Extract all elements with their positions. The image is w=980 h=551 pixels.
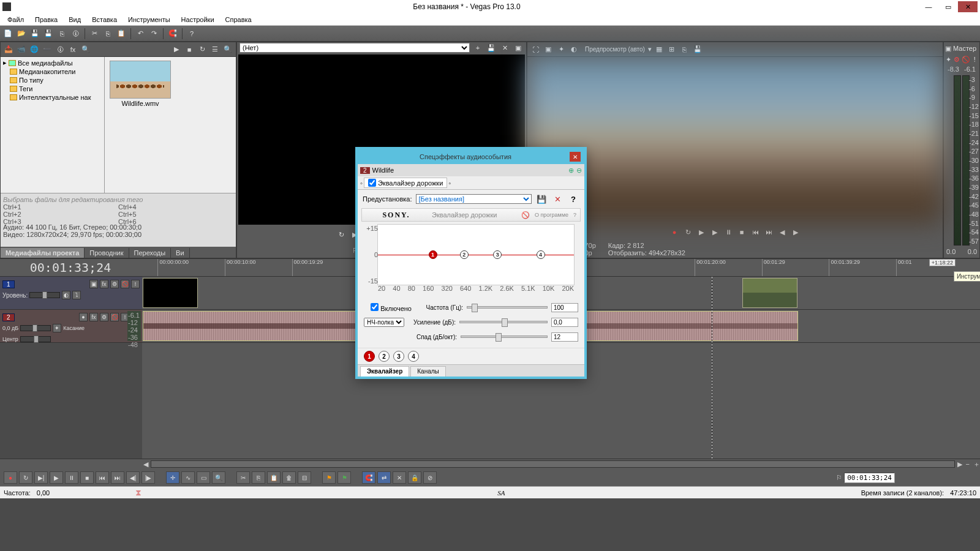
snap-button[interactable]: 🧲 [362, 471, 375, 484]
autoplay-icon[interactable]: ↻ [197, 44, 208, 55]
auto-ripple-button[interactable]: ⇄ [377, 471, 391, 484]
prev-stop-icon[interactable]: ■ [736, 227, 747, 238]
tab-project-media[interactable]: Медиафайлы проекта [1, 248, 85, 258]
master-dim-icon[interactable]: ! [971, 54, 978, 65]
timeline-current-time[interactable]: 00:01:33;24 [0, 260, 141, 275]
tab-transitions[interactable]: Переходы [129, 248, 172, 258]
save-as-icon[interactable]: 💾 [43, 28, 54, 39]
track-auto-icon[interactable]: ⚙ [100, 313, 108, 321]
timeline-scrollbar[interactable]: ◀ ▶ − ＋ [0, 459, 980, 469]
automation-mode[interactable]: Касание [63, 325, 85, 331]
search-icon[interactable]: 🔍 [80, 44, 91, 55]
track-solo-icon[interactable]: ! [131, 280, 140, 288]
prev-project-props-icon[interactable]: ⛶ [530, 44, 541, 55]
freq-slider[interactable] [467, 306, 548, 309]
play-start-button[interactable]: ▶| [34, 471, 48, 484]
pan-slider[interactable] [20, 336, 51, 342]
fx-enabled-checkbox[interactable] [368, 179, 376, 187]
fx-icon[interactable]: fx [67, 44, 78, 55]
stop-icon[interactable]: ■ [184, 44, 195, 55]
stop-button[interactable]: ■ [80, 471, 94, 484]
preview-viewport[interactable] [529, 58, 941, 222]
volume-slider[interactable] [20, 325, 51, 331]
dialog-close-button[interactable]: ✕ [570, 152, 581, 162]
window-minimize-button[interactable]: — [919, 1, 938, 12]
cut-button[interactable]: ✂ [236, 471, 250, 484]
play-button[interactable]: ▶ [50, 471, 63, 484]
band-enabled-checkbox[interactable] [371, 303, 379, 311]
trimmer-external-icon[interactable]: ▣ [513, 42, 524, 53]
track-mute-icon[interactable]: 🚫 [121, 280, 129, 288]
master-insert-fx-icon[interactable]: ✦ [945, 54, 952, 65]
trim-loop-icon[interactable]: ↻ [336, 229, 347, 240]
track-mute-icon[interactable]: 🚫 [110, 313, 119, 321]
band-button-3[interactable]: 3 [393, 351, 404, 362]
explorer-thumbs[interactable]: Wildlife.wmv [105, 57, 236, 193]
paste-button[interactable]: 📋 [267, 471, 281, 484]
dialog-titlebar[interactable]: Спецэффекты аудиособытия ✕ [358, 149, 584, 164]
save-region-icon[interactable]: 💾 [486, 42, 497, 53]
prev-safe-icon[interactable]: ⊞ [666, 44, 677, 55]
selection-tool[interactable]: ▭ [197, 471, 210, 484]
help-icon[interactable]: ? [186, 28, 197, 39]
pause-button[interactable]: ⏸ [65, 471, 78, 484]
prev-overlays-icon[interactable]: ▦ [654, 44, 665, 55]
window-close-button[interactable]: ✕ [958, 1, 978, 12]
prev-loop-icon[interactable]: ↻ [682, 227, 693, 238]
prev-play-icon[interactable]: ▶ [709, 227, 720, 238]
gain-slider[interactable] [459, 321, 548, 323]
loop-button[interactable]: ↻ [19, 471, 32, 484]
import-media-icon[interactable]: 📥 [3, 44, 14, 55]
prev-record-icon[interactable]: ● [669, 227, 680, 238]
auto-crossfade-button[interactable]: ✕ [393, 471, 406, 484]
get-media-icon[interactable]: 🌐 [29, 44, 40, 55]
track-auto-icon[interactable]: ⚙ [110, 280, 119, 288]
prev-start-icon[interactable]: ⏮ [750, 227, 761, 238]
playhead[interactable] [712, 277, 712, 459]
track-arm-icon[interactable]: ● [79, 313, 88, 321]
preset-delete-icon[interactable]: ✕ [551, 193, 564, 205]
prev-fx-icon[interactable]: ✦ [556, 44, 567, 55]
touch-icon[interactable]: ✦ [53, 324, 61, 332]
prev-external-icon[interactable]: ▣ [543, 44, 554, 55]
scroll-track[interactable] [151, 460, 955, 468]
menu-view[interactable]: Вид [64, 15, 86, 24]
go-end-button[interactable]: ⏭ [111, 471, 124, 484]
prev-prev-frame-icon[interactable]: ◀ [777, 227, 788, 238]
next-frame-button[interactable]: |▶ [141, 471, 155, 484]
eq-band-3[interactable]: 3 [493, 250, 502, 259]
scroll-left-icon[interactable]: ◀ [143, 460, 148, 468]
media-thumb[interactable]: Wildlife.wmv [107, 59, 173, 107]
record-button[interactable]: ● [4, 471, 17, 484]
chain-add-icon[interactable]: ⊕ [568, 167, 574, 174]
video-clip[interactable] [742, 278, 797, 308]
eq-band-2[interactable]: 2 [460, 250, 469, 259]
tab-explorer[interactable]: Проводник [85, 248, 129, 258]
timeline-marker-badge[interactable]: +1:18:22 [929, 259, 956, 266]
eq-band-1[interactable]: 1 [429, 250, 437, 259]
properties2-icon[interactable]: 🛈 [55, 44, 66, 55]
master-mute-icon[interactable]: 🚫 [962, 54, 970, 65]
delete-region-icon[interactable]: ✕ [499, 42, 510, 53]
preset-select[interactable]: [Без названия] [416, 194, 532, 204]
ignore-event-button[interactable]: ⊘ [423, 471, 437, 484]
marker-button[interactable]: ⚑ [322, 471, 336, 484]
track-fx-icon[interactable]: fx [100, 280, 108, 288]
gain-input[interactable] [551, 318, 578, 327]
track-fx-icon[interactable]: fx [89, 313, 98, 321]
menu-tools[interactable]: Инструменты [123, 15, 175, 24]
menu-edit[interactable]: Правка [30, 15, 62, 24]
video-track-header[interactable]: 1 ▣ fx ⚙ 🚫 ! Уровень: ◐ ⤵ [0, 277, 142, 310]
prev-split-icon[interactable]: ◐ [568, 44, 579, 55]
save-icon[interactable]: 💾 [29, 28, 40, 39]
zoom-out-icon[interactable]: − [966, 460, 970, 468]
snap-icon[interactable]: 🧲 [167, 28, 178, 39]
tree-smart[interactable]: Интеллектуальные нак [2, 93, 103, 102]
prev-end-icon[interactable]: ⏭ [763, 227, 774, 238]
track-volume[interactable]: 0,0 дБ [2, 325, 18, 331]
delete-button[interactable]: 🗑 [282, 471, 296, 484]
zoom-tool[interactable]: 🔍 [212, 471, 225, 484]
prev-frame-button[interactable]: ◀| [126, 471, 140, 484]
scroll-right-icon[interactable]: ▶ [957, 460, 962, 468]
menu-insert[interactable]: Вставка [87, 15, 122, 24]
